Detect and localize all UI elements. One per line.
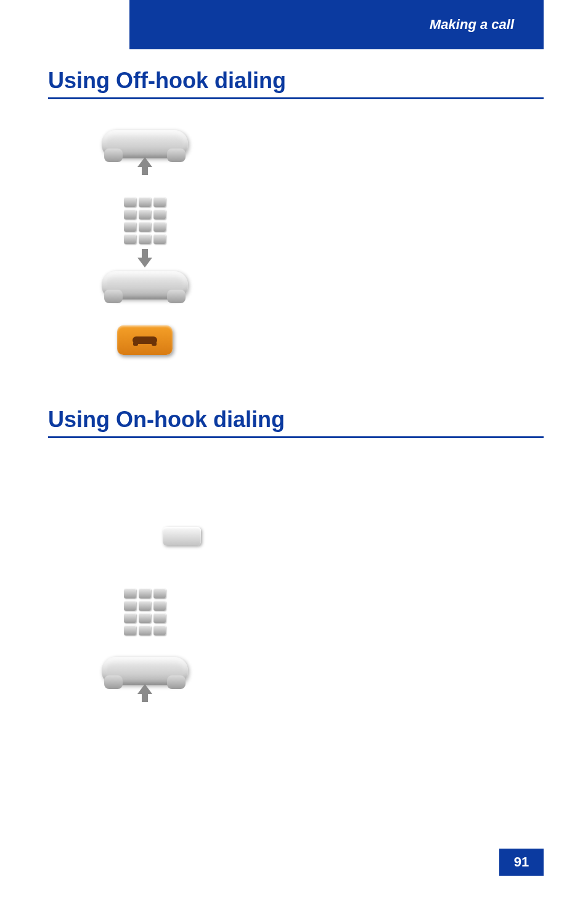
handset-lift-icon xyxy=(92,132,197,161)
section-title-onhook: Using On-hook dialing xyxy=(48,407,544,438)
chapter-title: Making a call xyxy=(430,17,514,33)
handset-replace-icon xyxy=(92,271,197,300)
dialpad-icon xyxy=(92,589,197,635)
section-title-offhook: Using Off-hook dialing xyxy=(48,68,544,99)
manual-page: Making a call Using Off-hook dialing Usi… xyxy=(0,0,588,909)
page-number: 91 xyxy=(499,849,544,876)
chapter-header: Making a call xyxy=(129,0,544,49)
goodbye-key-icon xyxy=(92,325,197,355)
page-number-value: 91 xyxy=(514,854,529,870)
line-key-icon xyxy=(129,527,234,545)
dialpad-icon xyxy=(92,197,197,244)
handset-lift-icon xyxy=(92,659,197,688)
